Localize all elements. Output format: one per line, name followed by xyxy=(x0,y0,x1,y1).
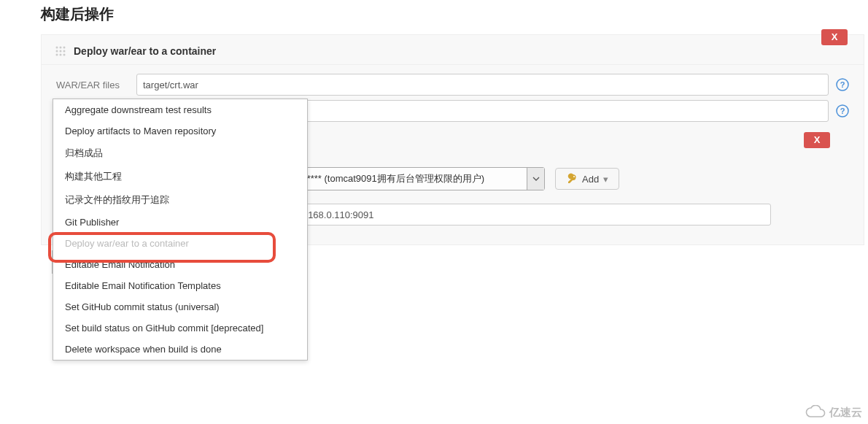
svg-point-2 xyxy=(63,47,66,49)
add-button-label: Add xyxy=(582,174,599,185)
chevron-down-icon: ▾ xyxy=(603,174,608,185)
deploy-block-title: Deploy war/ear to a container xyxy=(74,45,216,57)
svg-point-3 xyxy=(56,50,58,53)
war-file-row: WAR/EAR files ? xyxy=(56,74,849,96)
help-icon[interactable]: ? xyxy=(836,104,849,117)
dropdown-item[interactable]: Delete workspace when build is done xyxy=(53,339,307,360)
tomcat-url-row xyxy=(275,204,820,226)
credentials-value: min/****** (tomcat9091拥有后台管理权限的用户) xyxy=(282,172,484,185)
container-panel: min/****** (tomcat9091拥有后台管理权限的用户) Add ▾ xyxy=(275,167,820,226)
dropdown-item[interactable]: Aggregate downstream test results xyxy=(53,99,307,120)
key-icon xyxy=(566,173,578,185)
svg-point-5 xyxy=(63,50,66,53)
close-button-outer[interactable]: X xyxy=(821,29,848,45)
page-title: 构建后操作 xyxy=(41,4,868,24)
svg-text:?: ? xyxy=(840,107,845,115)
drag-handle-icon[interactable] xyxy=(55,45,66,57)
dropdown-item[interactable]: Editable Email Notification xyxy=(53,254,307,275)
dropdown-item[interactable]: 构建其他工程 xyxy=(53,165,307,188)
credentials-select[interactable]: min/****** (tomcat9091拥有后台管理权限的用户) xyxy=(275,167,545,190)
dropdown-item[interactable]: Editable Email Notification Templates xyxy=(53,275,307,296)
svg-point-6 xyxy=(56,54,58,56)
dropdown-item[interactable]: 归档成品 xyxy=(53,142,307,165)
help-icon[interactable]: ? xyxy=(836,78,849,91)
svg-point-1 xyxy=(60,47,62,49)
war-file-label: WAR/EAR files xyxy=(56,80,136,90)
deploy-block-header: Deploy war/ear to a container xyxy=(42,35,864,65)
dropdown-item[interactable]: 记录文件的指纹用于追踪 xyxy=(53,188,307,212)
watermark-text: 亿速云 xyxy=(829,406,862,420)
dropdown-item[interactable]: Deploy artifacts to Maven repository xyxy=(53,120,307,142)
war-file-input[interactable] xyxy=(136,74,829,96)
post-build-dropdown: Aggregate downstream test results Deploy… xyxy=(53,99,308,361)
svg-point-8 xyxy=(63,54,66,56)
dropdown-item[interactable]: Git Publisher xyxy=(53,212,307,233)
svg-point-4 xyxy=(60,50,62,53)
svg-point-13 xyxy=(573,176,575,177)
dropdown-item-deploy-war: Deploy war/ear to a container xyxy=(53,233,307,254)
watermark: 亿速云 xyxy=(805,405,862,420)
dropdown-item[interactable]: Set build status on GitHub commit [depre… xyxy=(53,317,307,339)
credentials-row: min/****** (tomcat9091拥有后台管理权限的用户) Add ▾ xyxy=(275,167,820,190)
tomcat-url-input[interactable] xyxy=(275,204,771,226)
chevron-down-icon xyxy=(527,168,544,190)
cloud-icon xyxy=(805,405,826,420)
svg-text:?: ? xyxy=(840,80,845,89)
dropdown-item[interactable]: Set GitHub commit status (universal) xyxy=(53,296,307,317)
close-button-inner[interactable]: X xyxy=(804,132,830,148)
svg-point-7 xyxy=(60,54,62,56)
svg-point-0 xyxy=(56,47,58,49)
add-credentials-button[interactable]: Add ▾ xyxy=(555,168,619,190)
